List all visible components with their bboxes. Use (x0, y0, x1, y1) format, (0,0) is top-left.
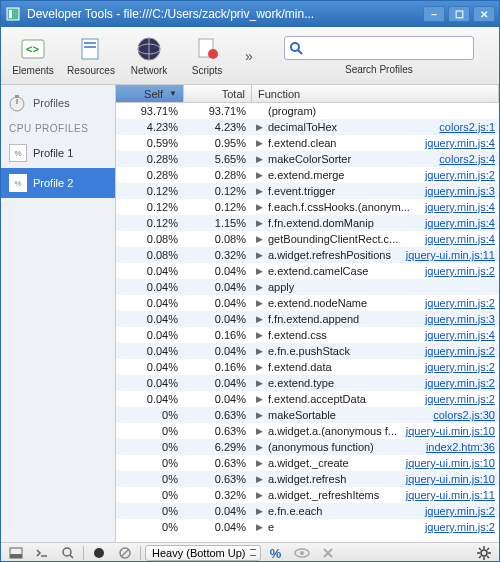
source-link[interactable]: jquery-ui.min.js:10 (406, 473, 499, 485)
expand-icon[interactable]: ▶ (256, 138, 264, 148)
table-row[interactable]: 0.04%0.04%▶apply (116, 279, 499, 295)
source-link[interactable]: jquery.min.js:2 (425, 505, 499, 517)
table-row[interactable]: 0.04%0.04%▶e.fn.e.pushStackjquery.min.js… (116, 343, 499, 359)
source-link[interactable]: jquery.min.js:4 (425, 201, 499, 213)
expand-icon[interactable]: ▶ (256, 250, 264, 260)
focus-button[interactable] (291, 545, 313, 561)
table-row[interactable]: 0.59%0.95%▶f.extend.cleanjquery.min.js:4 (116, 135, 499, 151)
table-row[interactable]: 0%0.63%▶a.widget._createjquery-ui.min.js… (116, 455, 499, 471)
column-self[interactable]: Self▼ (116, 85, 184, 102)
source-link[interactable]: jquery.min.js:4 (425, 233, 499, 245)
table-row[interactable]: 0.08%0.08%▶getBoundingClientRect.c...jqu… (116, 231, 499, 247)
table-row[interactable]: 0.12%1.15%▶f.fn.extend.domManipjquery.mi… (116, 215, 499, 231)
sidebar-item-profile-1[interactable]: %Profile 1 (1, 138, 115, 168)
table-row[interactable]: 0%6.29%▶(anonymous function)index2.htm:3… (116, 439, 499, 455)
source-link[interactable]: colors2.js:4 (439, 153, 499, 165)
table-row[interactable]: 0.04%0.16%▶f.extend.datajquery.min.js:2 (116, 359, 499, 375)
expand-icon[interactable]: ▶ (256, 266, 264, 276)
source-link[interactable]: jquery-ui.min.js:10 (406, 457, 499, 469)
expand-icon[interactable]: ▶ (256, 394, 264, 404)
source-link[interactable]: jquery.min.js:4 (425, 217, 499, 229)
expand-icon[interactable]: ▶ (256, 522, 264, 532)
table-row[interactable]: 0.12%0.12%▶f.each.f.cssHooks.(anonym...j… (116, 199, 499, 215)
delete-button[interactable] (317, 545, 339, 561)
column-function[interactable]: Function (252, 85, 499, 102)
expand-icon[interactable]: ▶ (256, 122, 264, 132)
table-row[interactable]: 0%0.63%▶a.widget.a.(anonymous f...jquery… (116, 423, 499, 439)
console-button[interactable] (31, 545, 53, 561)
expand-icon[interactable]: ▶ (256, 170, 264, 180)
expand-icon[interactable]: ▶ (256, 234, 264, 244)
expand-icon[interactable]: ▶ (256, 298, 264, 308)
search-input[interactable] (307, 42, 469, 54)
clear-button[interactable] (114, 545, 136, 561)
tab-scripts[interactable]: Scripts (179, 30, 235, 82)
sidebar-item-profile-2[interactable]: %Profile 2 (1, 168, 115, 198)
view-select[interactable]: Heavy (Bottom Up) (145, 545, 261, 561)
expand-icon[interactable]: ▶ (256, 410, 264, 420)
table-row[interactable]: 0.28%5.65%▶makeColorSortercolors2.js:4 (116, 151, 499, 167)
source-link[interactable]: colors2.js:30 (433, 409, 499, 421)
table-row[interactable]: 0%0.63%▶a.widget.refreshjquery-ui.min.js… (116, 471, 499, 487)
expand-icon[interactable]: ▶ (256, 186, 264, 196)
expand-icon[interactable]: ▶ (256, 218, 264, 228)
source-link[interactable]: jquery-ui.min.js:11 (406, 489, 499, 501)
source-link[interactable]: jquery.min.js:3 (425, 185, 499, 197)
record-button[interactable] (88, 545, 110, 561)
expand-icon[interactable]: ▶ (256, 506, 264, 516)
table-row[interactable]: 0.28%0.28%▶e.extend.mergejquery.min.js:2 (116, 167, 499, 183)
source-link[interactable]: jquery.min.js:4 (425, 329, 499, 341)
table-row[interactable]: 93.71%93.71%(program) (116, 103, 499, 119)
table-row[interactable]: 0%0.32%▶a.widget._refreshItemsjquery-ui.… (116, 487, 499, 503)
table-row[interactable]: 0.04%0.04%▶f.fn.extend.appendjquery.min.… (116, 311, 499, 327)
expand-icon[interactable]: ▶ (256, 154, 264, 164)
table-row[interactable]: 4.23%4.23%▶decimalToHexcolors2.js:1 (116, 119, 499, 135)
source-link[interactable]: jquery.min.js:2 (425, 361, 499, 373)
sidebar-heading[interactable]: Profiles (1, 89, 115, 117)
expand-icon[interactable]: ▶ (256, 346, 264, 356)
source-link[interactable]: jquery.min.js:2 (425, 521, 499, 533)
source-link[interactable]: jquery.min.js:4 (425, 137, 499, 149)
table-row[interactable]: 0.12%0.12%▶f.event.triggerjquery.min.js:… (116, 183, 499, 199)
source-link[interactable]: jquery.min.js:2 (425, 297, 499, 309)
expand-icon[interactable]: ▶ (256, 330, 264, 340)
expand-icon[interactable]: ▶ (256, 458, 264, 468)
expand-icon[interactable]: ▶ (256, 314, 264, 324)
expand-icon[interactable]: ▶ (256, 426, 264, 436)
table-row[interactable]: 0.04%0.04%▶e.extend.typejquery.min.js:2 (116, 375, 499, 391)
table-row[interactable]: 0%0.04%▶ejquery.min.js:2 (116, 519, 499, 535)
source-link[interactable]: jquery.min.js:2 (425, 393, 499, 405)
percent-button[interactable]: % (265, 545, 287, 561)
close-button[interactable]: ✕ (473, 6, 495, 22)
expand-icon[interactable]: ▶ (256, 202, 264, 212)
expand-icon[interactable]: ▶ (256, 282, 264, 292)
overflow-button[interactable]: » (237, 48, 261, 64)
source-link[interactable]: jquery.min.js:2 (425, 345, 499, 357)
table-row[interactable]: 0.04%0.04%▶e.extend.nodeNamejquery.min.j… (116, 295, 499, 311)
tab-network[interactable]: Network (121, 30, 177, 82)
source-link[interactable]: jquery-ui.min.js:10 (406, 425, 499, 437)
expand-icon[interactable]: ▶ (256, 442, 264, 452)
table-row[interactable]: 0.04%0.16%▶f.extend.cssjquery.min.js:4 (116, 327, 499, 343)
source-link[interactable]: jquery.min.js:2 (425, 265, 499, 277)
source-link[interactable]: jquery-ui.min.js:11 (406, 249, 499, 261)
search-input-wrap[interactable] (284, 36, 474, 60)
source-link[interactable]: jquery.min.js:3 (425, 313, 499, 325)
expand-icon[interactable]: ▶ (256, 362, 264, 372)
expand-icon[interactable]: ▶ (256, 378, 264, 388)
table-row[interactable]: 0%0.63%▶makeSortablecolors2.js:30 (116, 407, 499, 423)
source-link[interactable]: jquery.min.js:2 (425, 377, 499, 389)
table-row[interactable]: 0.08%0.32%▶a.widget.refreshPositionsjque… (116, 247, 499, 263)
expand-icon[interactable]: ▶ (256, 490, 264, 500)
table-row[interactable]: 0.04%0.04%▶e.extend.camelCasejquery.min.… (116, 263, 499, 279)
tab-elements[interactable]: <> Elements (5, 30, 61, 82)
dock-button[interactable] (5, 545, 27, 561)
column-total[interactable]: Total (184, 85, 252, 102)
settings-button[interactable] (473, 545, 495, 561)
expand-icon[interactable]: ▶ (256, 474, 264, 484)
source-link[interactable]: colors2.js:1 (439, 121, 499, 133)
table-row[interactable]: 0%0.04%▶e.fn.e.eachjquery.min.js:2 (116, 503, 499, 519)
table-row[interactable]: 0.04%0.04%▶f.extend.acceptDatajquery.min… (116, 391, 499, 407)
source-link[interactable]: index2.htm:36 (426, 441, 499, 453)
magnify-button[interactable] (57, 545, 79, 561)
